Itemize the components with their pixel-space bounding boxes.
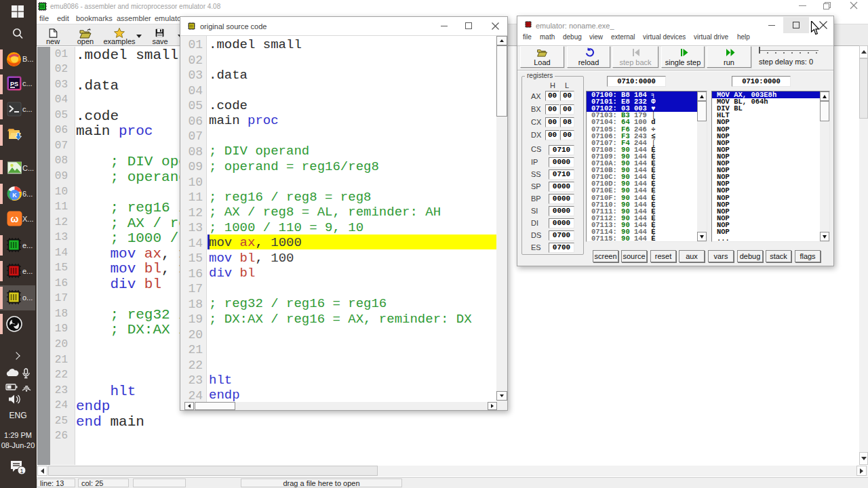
svg-text:K: K: [12, 192, 17, 199]
svg-text:1: 1: [20, 468, 23, 474]
svg-text:ω: ω: [11, 214, 19, 224]
svg-text:PS: PS: [10, 81, 18, 87]
